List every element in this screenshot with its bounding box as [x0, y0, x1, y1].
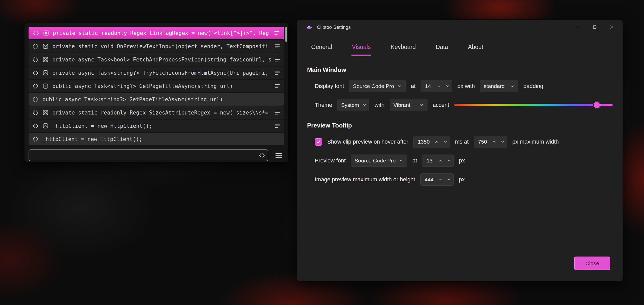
chevron-down-icon: [399, 158, 403, 163]
clip-list-window: private static readonly Regex LinkTagReg…: [24, 23, 288, 162]
preview-font-row: Preview font Source Code Pro at 13 px: [307, 155, 613, 167]
accent-select[interactable]: Vibrant: [390, 99, 428, 111]
accent-hue-slider[interactable]: [454, 104, 613, 106]
close-button[interactable]: Close: [574, 257, 610, 270]
preview-font-select[interactable]: Source Code Pro: [351, 155, 407, 167]
clip-row[interactable]: public async Task<string?> GetPageTitleA…: [29, 93, 284, 106]
px-max-width-label: px maximum width: [512, 138, 559, 145]
hover-delay-value: 1350: [414, 139, 432, 145]
chevron-down-icon: [419, 103, 424, 107]
code-icon: [32, 136, 39, 143]
accent-label: accent: [433, 102, 449, 108]
preview-toggle-label: Show clip preview on hover after: [327, 138, 408, 145]
chevron-up-icon[interactable]: [436, 155, 445, 167]
checkmark-icon: [316, 139, 321, 144]
code-icon: [32, 83, 39, 90]
preview-font-size-spinner[interactable]: 13: [422, 155, 454, 167]
theme-select[interactable]: System: [337, 99, 369, 111]
preview-font-size-value: 13: [422, 158, 436, 164]
tab-general[interactable]: General: [311, 44, 333, 56]
tab-visuals[interactable]: Visuals: [351, 44, 371, 56]
image-preview-label: Image preview maximum width or height: [315, 176, 415, 183]
at-label: at: [411, 83, 415, 90]
tab-about[interactable]: About: [468, 44, 484, 56]
clip-row[interactable]: private static readonly Regex SizesAttri…: [29, 106, 284, 119]
code-icon: [32, 96, 39, 103]
code-icon: [32, 123, 39, 129]
clip-text: private static void OnPreviewTextInput(o…: [52, 43, 271, 49]
image-preview-row: Image preview maximum width or height 44…: [307, 173, 613, 186]
clip-row[interactable]: public async Task<string?> GetPageTitleA…: [29, 80, 284, 92]
clip-row[interactable]: _httpClient = new HttpClient();: [29, 133, 284, 145]
px-label: px: [459, 157, 465, 164]
clear-format-icon: [42, 70, 49, 76]
preview-font-label: Preview font: [315, 157, 346, 164]
padding-value: standard: [484, 83, 507, 89]
image-preview-size-spinner[interactable]: 444: [420, 173, 454, 186]
preview-checkbox[interactable]: [315, 138, 322, 146]
chevron-up-icon[interactable]: [436, 174, 445, 185]
with-label: with: [374, 102, 384, 108]
tab-keyboard[interactable]: Keyboard: [390, 44, 416, 56]
text-lines-icon: [274, 83, 281, 89]
search-input[interactable]: [29, 149, 268, 161]
minimize-icon[interactable]: [570, 20, 586, 34]
ufo-icon: [306, 24, 313, 31]
clear-format-icon: [43, 30, 49, 36]
chevron-up-icon[interactable]: [432, 136, 441, 148]
display-font-select[interactable]: Source Code Pro: [349, 80, 406, 92]
px-label: px: [459, 176, 465, 183]
preview-tooltip-heading: Preview Tooltip: [307, 122, 613, 129]
clip-row[interactable]: private static void OnPreviewTextInput(o…: [29, 40, 284, 53]
max-width-spinner[interactable]: 750: [474, 136, 507, 148]
clip-text: private static readonly Regex SizesAttri…: [52, 110, 271, 116]
clip-row[interactable]: private async Task<bool> FetchAndProcess…: [29, 53, 284, 66]
preview-font-value: Source Code Pro: [355, 158, 396, 164]
code-icon: [259, 152, 265, 159]
desktop-background: { "colors": { "accent": "#e055d6", "sele…: [0, 0, 644, 305]
window-title: Cliptoo Settings: [317, 24, 351, 30]
ms-at-label: ms at: [455, 138, 469, 145]
clear-format-icon: [42, 83, 49, 89]
text-lines-icon: [274, 70, 281, 76]
text-lines-icon: [274, 30, 280, 36]
clip-list: private static readonly Regex LinkTagReg…: [29, 27, 284, 145]
hover-delay-spinner[interactable]: 1350: [413, 136, 450, 148]
clip-row[interactable]: _httpClient = new HttpClient();: [29, 120, 284, 132]
search-wrap: [29, 149, 268, 161]
close-icon[interactable]: [603, 20, 620, 34]
clear-format-icon: [42, 123, 49, 129]
clip-row[interactable]: private async Task<string?> TryFetchIcon…: [29, 67, 284, 79]
maximize-icon[interactable]: [586, 20, 603, 34]
chevron-up-icon[interactable]: [435, 80, 443, 92]
chevron-down-icon[interactable]: [445, 174, 453, 185]
code-icon: [32, 109, 39, 116]
at-label: at: [412, 157, 417, 164]
code-icon: [32, 70, 39, 76]
chevron-down-icon[interactable]: [441, 136, 450, 148]
display-font-size-value: 14: [421, 83, 435, 89]
code-icon: [32, 56, 39, 63]
clip-text: _httpClient = new HttpClient();: [52, 123, 271, 129]
search-bar: [29, 149, 284, 161]
chevron-down-icon[interactable]: [498, 136, 507, 148]
accent-slider-thumb[interactable]: [593, 101, 600, 109]
tab-data[interactable]: Data: [435, 44, 449, 56]
padding-select[interactable]: standard: [480, 80, 518, 92]
clip-row[interactable]: private static readonly Regex LinkTagReg…: [29, 27, 284, 39]
chevron-down-icon[interactable]: [443, 80, 452, 92]
settings-tabs: GeneralVisualsKeyboardDataAbout: [297, 44, 623, 56]
settings-content: Main Window Display font Source Code Pro…: [297, 66, 623, 186]
clear-format-icon: [42, 109, 49, 116]
preview-toggle-row: Show clip preview on hover after 1350 ms…: [307, 136, 613, 148]
theme-value: System: [341, 102, 359, 108]
text-lines-icon: [274, 109, 281, 116]
scrollbar-thumb[interactable]: [285, 27, 287, 42]
code-icon: [32, 43, 39, 50]
chevron-down-icon[interactable]: [445, 155, 453, 167]
clip-text: public async Task<string?> GetPageTitleA…: [42, 96, 281, 103]
chevron-up-icon[interactable]: [490, 136, 498, 148]
display-font-size-spinner[interactable]: 14: [421, 80, 452, 92]
theme-label: Theme: [315, 102, 332, 108]
menu-icon[interactable]: [273, 150, 284, 160]
